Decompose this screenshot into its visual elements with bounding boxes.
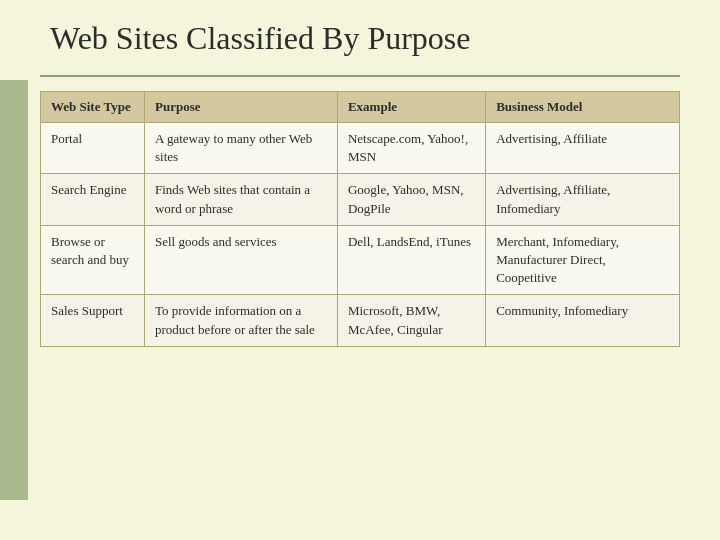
table-row: PortalA gateway to many other Web sitesN… — [41, 123, 680, 174]
cell-2-0: Browse or search and buy — [41, 225, 145, 295]
table-header-row: Web Site Type Purpose Example Business M… — [41, 92, 680, 123]
table-row: Browse or search and buySell goods and s… — [41, 225, 680, 295]
table-row: Search EngineFinds Web sites that contai… — [41, 174, 680, 225]
page-container: Web Sites Classified By Purpose Web Site… — [0, 0, 720, 540]
cell-1-2: Google, Yahoo, MSN, DogPile — [337, 174, 485, 225]
page-title: Web Sites Classified By Purpose — [40, 20, 680, 57]
col-header-example: Example — [337, 92, 485, 123]
cell-3-2: Microsoft, BMW, McAfee, Cingular — [337, 295, 485, 346]
cell-3-3: Community, Infomediary — [486, 295, 680, 346]
classification-table: Web Site Type Purpose Example Business M… — [40, 91, 680, 347]
cell-0-1: A gateway to many other Web sites — [144, 123, 337, 174]
cell-2-2: Dell, LandsEnd, iTunes — [337, 225, 485, 295]
cell-0-2: Netscape.com, Yahoo!, MSN — [337, 123, 485, 174]
cell-3-1: To provide information on a product befo… — [144, 295, 337, 346]
title-divider — [40, 75, 680, 77]
cell-0-0: Portal — [41, 123, 145, 174]
cell-1-3: Advertising, Affiliate, Infomediary — [486, 174, 680, 225]
left-accent-bar — [0, 80, 28, 500]
cell-3-0: Sales Support — [41, 295, 145, 346]
cell-0-3: Advertising, Affiliate — [486, 123, 680, 174]
cell-1-0: Search Engine — [41, 174, 145, 225]
cell-1-1: Finds Web sites that contain a word or p… — [144, 174, 337, 225]
col-header-purpose: Purpose — [144, 92, 337, 123]
col-header-business: Business Model — [486, 92, 680, 123]
cell-2-1: Sell goods and services — [144, 225, 337, 295]
cell-2-3: Merchant, Infomediary, Manufacturer Dire… — [486, 225, 680, 295]
table-row: Sales SupportTo provide information on a… — [41, 295, 680, 346]
col-header-type: Web Site Type — [41, 92, 145, 123]
